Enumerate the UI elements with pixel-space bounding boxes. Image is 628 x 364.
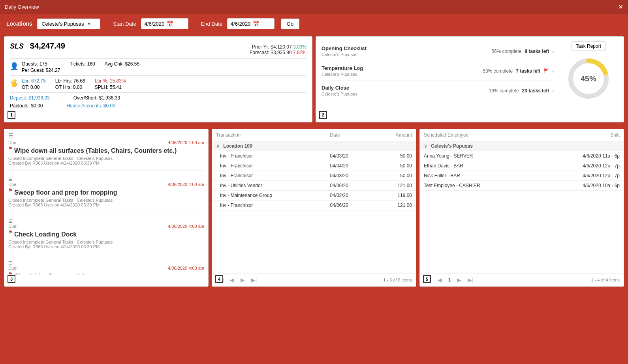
task-due-label-3b: Due: [8, 266, 17, 270]
end-date-label: End Date [201, 21, 222, 27]
tickets-value: Tickets: 160 [70, 61, 95, 67]
task-due-label-2b: Due: [8, 224, 17, 229]
table-row: Inv - Franchisor 04/04/20 50.00 [212, 161, 416, 171]
task-entry-flag-3: ⚑ [8, 271, 13, 274]
table-row: Inv - Franchisor 04/03/20 50.00 [212, 171, 416, 181]
tasks-list: Opening Checklist Celeste's Pupusas 56% … [322, 41, 554, 110]
table-row: Inv - Franchisor 04/06/20 121.00 [212, 201, 416, 210]
dropdown-arrow-icon: ▼ [87, 22, 91, 26]
lbr-value[interactable]: Lbr: 672.75 [22, 78, 46, 84]
task-sub-2: Celeste's Pupusas [322, 92, 357, 96]
schedule-table: Scheduled Employee Shift ∨ Celeste's Pup… [420, 129, 624, 191]
task-due-date-2: 4/06/2020 4:00 am [168, 224, 204, 229]
sched-prev-page-button[interactable]: ◀ [436, 276, 444, 284]
trans-date-5: 04/06/20 [326, 201, 373, 210]
task-entry-title-3: Check List Comment(s) [14, 273, 85, 274]
location-dropdown[interactable]: Celeste's Pupusas ▼ [37, 19, 100, 29]
sched-next-page-button[interactable]: ▶ [455, 276, 463, 284]
start-date-input[interactable]: 4/6/2020 📅 [141, 18, 188, 29]
trans-date-3: 04/06/20 [326, 181, 373, 191]
sched-shift-1: 4/6/2020 12p - 7p [540, 161, 624, 171]
task-report-button[interactable]: Task Report [572, 41, 605, 51]
trans-amount-5: 121.00 [373, 201, 416, 210]
donut-percent-label: 45% [581, 74, 596, 83]
task-entry-meta-0: Closed Incomplete General Tasks Celeste'… [8, 156, 204, 161]
title-bar: Daily Overview ✕ [0, 0, 628, 14]
sched-last-page-button[interactable]: ▶| [466, 276, 475, 284]
sched-employee-2: Nick Fuller - BAR [420, 171, 540, 181]
task-entry-flag-2: ⚑ [8, 229, 13, 235]
task-title-1: Temperature Log [322, 65, 363, 71]
task-due-date-3: 4/06/2020 4:00 am [168, 266, 204, 270]
table-row: ∨ Celeste's Pupusas [420, 141, 624, 151]
prev-page-button[interactable]: ◀ [228, 276, 236, 284]
ot-hrs-value: OT Hrs: 0.00 [55, 84, 85, 90]
task-chevron-0[interactable]: › [552, 48, 554, 54]
task-item-1: Temperature Log Celeste's Pupusas 53% co… [322, 61, 554, 81]
guests-icon: 👤 [10, 62, 19, 71]
close-button[interactable]: ✕ [618, 3, 623, 11]
sched-employee-0: Anna Young - SERVER [420, 151, 540, 161]
table-row: Inv - Utilities Vendor 04/06/20 121.00 [212, 181, 416, 191]
task-complete-0: 56% complete [491, 49, 521, 54]
panel-2-number: 2 [319, 111, 327, 119]
trans-date-4: 04/02/20 [326, 191, 373, 201]
trans-amount-0: 50.00 [373, 151, 416, 161]
table-row: Inv - Maintenance Group 04/02/20 119.00 [212, 191, 416, 201]
task-due-label-1: ☰ [8, 177, 12, 182]
col-shift: Shift [540, 129, 624, 141]
table-row: Ethan Davis - BAR 4/6/2020 12p - 7p [420, 161, 624, 171]
task-complete-1: 53% complete [483, 68, 513, 74]
go-button[interactable]: Go [281, 19, 299, 29]
start-date-value: 4/6/2020 [145, 21, 165, 27]
task-list-icon-0: ☰ [8, 132, 13, 139]
next-page-button[interactable]: ▶ [239, 276, 246, 284]
task-chevron-1[interactable]: › [552, 68, 554, 74]
task-due-date-0: 4/06/2020 4:00 am [168, 140, 204, 145]
table-row: Inv - Franchisor 04/03/20 50.00 [212, 151, 416, 161]
task-left-0: 8 tasks left [525, 49, 549, 54]
avg-chk-value: Avg Chk: $26.55 [105, 61, 140, 67]
transactions-table-wrap[interactable]: Transaction Date Amount ∨ Location 100 I… [212, 129, 416, 273]
trans-amount-1: 50.00 [373, 161, 416, 171]
sched-shift-3: 4/6/2020 10a - 6p [540, 181, 624, 191]
end-date-value: 4/6/2020 [231, 21, 251, 27]
task-entry-created-2: Created By: R365 User on 4/24/2020 05:39… [8, 244, 204, 249]
task-sub-1: Celeste's Pupusas [322, 72, 363, 77]
col-amount: Amount [373, 129, 416, 141]
transactions-page-info: 1 - 6 of 6 items [383, 278, 412, 282]
task-entries-scroll[interactable]: ☰ Due: 4/06/2020 4:00 am ⚑ Wipe down all… [4, 129, 208, 274]
task-entry-created-1: Created By: R365 User on 4/24/2020 05:39… [8, 203, 204, 207]
table-row: Test Employee - CASHIER 4/6/2020 10a - 6… [420, 181, 624, 191]
end-date-input[interactable]: 4/6/2020 📅 [227, 18, 275, 29]
task-entry-flag-0: ⚑ [8, 146, 13, 151]
deposit-value[interactable]: Deposit: $1,936.33 [10, 95, 50, 101]
schedule-table-wrap[interactable]: Scheduled Employee Shift ∨ Celeste's Pup… [420, 129, 624, 273]
task-entry-meta-2: Closed Incomplete General Tasks Celeste'… [8, 240, 204, 244]
last-page-button[interactable]: ▶| [250, 276, 259, 284]
ot-value: OT: 0.00 [22, 84, 46, 90]
task-entry-title-0: Wipe down all surfaces (Tables, Chairs, … [14, 147, 177, 154]
task-entry-title-2: Check Loading Dock [14, 231, 77, 238]
trans-amount-4: 119.00 [373, 191, 416, 201]
list-item: ☰ Due: 4/06/2020 4:00 am ⚑ Check Loading… [8, 219, 204, 254]
house-accounts-value[interactable]: House Accounts: $0.00 [66, 103, 115, 109]
task-due-label-0: Due: [8, 140, 17, 145]
schedule-page-info: 1 - 4 of 4 items [591, 278, 620, 282]
trans-date-0: 04/03/20 [326, 151, 373, 161]
task-left-2: 23 tasks left [522, 88, 549, 94]
task-entry-flag-1: ⚑ [8, 188, 13, 193]
panel-1-number: 1 [8, 111, 15, 119]
lbr-pct-value: Lbr %: 15.83% [95, 78, 126, 84]
trans-name-3: Inv - Utilities Vendor [212, 181, 326, 191]
task-due-label-1b: Due: [8, 182, 17, 187]
end-date-calendar-icon: 📅 [253, 21, 259, 27]
schedule-panel: Scheduled Employee Shift ∨ Celeste's Pup… [419, 129, 624, 287]
task-sub-0: Celeste's Pupusas [322, 52, 367, 57]
task-chevron-2[interactable]: › [552, 88, 554, 94]
app-title: Daily Overview [5, 4, 39, 10]
sched-shift-0: 4/6/2020 11a - 6p [540, 151, 624, 161]
task-title-0: Opening Checklist [322, 45, 367, 51]
top-panels: SLS $4,247.49 Prior Yr: $4,120.07 3.09% … [0, 33, 628, 129]
schedule-footer: |◀ ◀ 1 ▶ ▶| 1 - 4 of 4 items [420, 273, 624, 286]
